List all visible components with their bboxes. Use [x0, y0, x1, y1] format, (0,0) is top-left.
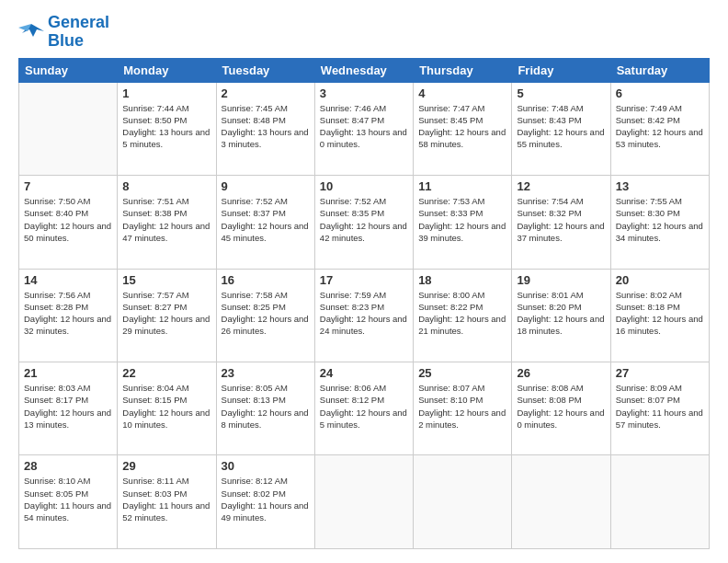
calendar-week-row: 21 Sunrise: 8:03 AM Sunset: 8:17 PM Dayl…: [19, 362, 710, 455]
calendar-cell: 4 Sunrise: 7:47 AM Sunset: 8:45 PM Dayli…: [414, 82, 512, 175]
page: General Blue SundayMondayTuesdayWednesda…: [0, 0, 728, 563]
calendar-cell: 10 Sunrise: 7:52 AM Sunset: 8:35 PM Dayl…: [314, 176, 413, 269]
calendar-cell: 3 Sunrise: 7:46 AM Sunset: 8:47 PM Dayli…: [314, 82, 413, 175]
day-number: 13: [616, 179, 704, 193]
day-number: 12: [517, 179, 605, 193]
day-number: 20: [616, 273, 704, 287]
calendar-cell: 12 Sunrise: 7:54 AM Sunset: 8:32 PM Dayl…: [512, 176, 610, 269]
day-info: Sunrise: 8:12 AM Sunset: 8:02 PM Dayligh…: [222, 475, 310, 523]
day-info: Sunrise: 8:00 AM Sunset: 8:22 PM Dayligh…: [418, 289, 506, 338]
calendar-cell: 14 Sunrise: 7:56 AM Sunset: 8:28 PM Dayl…: [19, 269, 118, 362]
day-number: 25: [418, 366, 506, 380]
day-number: 24: [320, 366, 408, 380]
calendar-cell: 21 Sunrise: 8:03 AM Sunset: 8:17 PM Dayl…: [19, 362, 118, 455]
day-info: Sunrise: 7:49 AM Sunset: 8:42 PM Dayligh…: [616, 102, 704, 151]
day-info: Sunrise: 8:10 AM Sunset: 8:05 PM Dayligh…: [24, 475, 112, 523]
calendar-cell: 1 Sunrise: 7:44 AM Sunset: 8:50 PM Dayli…: [118, 82, 216, 175]
day-number: 1: [122, 86, 210, 100]
calendar-cell: 16 Sunrise: 7:58 AM Sunset: 8:25 PM Dayl…: [216, 269, 314, 362]
day-number: 21: [24, 366, 112, 380]
calendar-cell: 18 Sunrise: 8:00 AM Sunset: 8:22 PM Dayl…: [414, 269, 512, 362]
logo: General Blue: [18, 14, 109, 51]
day-info: Sunrise: 8:06 AM Sunset: 8:12 PM Dayligh…: [320, 382, 408, 431]
calendar-table: SundayMondayTuesdayWednesdayThursdayFrid…: [18, 58, 710, 549]
calendar-week-row: 7 Sunrise: 7:50 AM Sunset: 8:40 PM Dayli…: [19, 176, 710, 269]
calendar-week-row: 1 Sunrise: 7:44 AM Sunset: 8:50 PM Dayli…: [19, 82, 710, 175]
calendar-cell: 28 Sunrise: 8:10 AM Sunset: 8:05 PM Dayl…: [19, 455, 118, 549]
day-info: Sunrise: 7:58 AM Sunset: 8:25 PM Dayligh…: [222, 289, 310, 338]
logo-icon: [18, 22, 44, 42]
day-number: 23: [222, 366, 310, 380]
day-number: 7: [24, 179, 112, 193]
calendar-cell: 5 Sunrise: 7:48 AM Sunset: 8:43 PM Dayli…: [512, 82, 610, 175]
day-number: 28: [24, 459, 112, 473]
weekday-header-tuesday: Tuesday: [216, 58, 314, 82]
day-number: 5: [517, 86, 605, 100]
calendar-cell: 19 Sunrise: 8:01 AM Sunset: 8:20 PM Dayl…: [512, 269, 610, 362]
calendar-cell: 15 Sunrise: 7:57 AM Sunset: 8:27 PM Dayl…: [118, 269, 216, 362]
calendar-cell: 17 Sunrise: 7:59 AM Sunset: 8:23 PM Dayl…: [314, 269, 413, 362]
day-info: Sunrise: 7:45 AM Sunset: 8:48 PM Dayligh…: [222, 102, 310, 151]
weekday-header-thursday: Thursday: [414, 58, 512, 82]
calendar-cell: 23 Sunrise: 8:05 AM Sunset: 8:13 PM Dayl…: [216, 362, 314, 455]
weekday-header-friday: Friday: [512, 58, 610, 82]
day-info: Sunrise: 8:07 AM Sunset: 8:10 PM Dayligh…: [418, 382, 506, 431]
calendar-cell: [414, 455, 512, 549]
day-number: 17: [320, 273, 408, 287]
day-info: Sunrise: 7:51 AM Sunset: 8:38 PM Dayligh…: [122, 195, 210, 244]
weekday-header-sunday: Sunday: [19, 58, 118, 82]
day-info: Sunrise: 8:11 AM Sunset: 8:03 PM Dayligh…: [122, 475, 210, 523]
day-info: Sunrise: 7:48 AM Sunset: 8:43 PM Dayligh…: [517, 102, 605, 151]
day-info: Sunrise: 7:55 AM Sunset: 8:30 PM Dayligh…: [616, 195, 704, 244]
calendar-cell: 2 Sunrise: 7:45 AM Sunset: 8:48 PM Dayli…: [216, 82, 314, 175]
calendar-week-row: 14 Sunrise: 7:56 AM Sunset: 8:28 PM Dayl…: [19, 269, 710, 362]
calendar-cell: 30 Sunrise: 8:12 AM Sunset: 8:02 PM Dayl…: [216, 455, 314, 549]
calendar-cell: 13 Sunrise: 7:55 AM Sunset: 8:30 PM Dayl…: [610, 176, 709, 269]
calendar-week-row: 28 Sunrise: 8:10 AM Sunset: 8:05 PM Dayl…: [19, 455, 710, 549]
day-number: 19: [517, 273, 605, 287]
calendar-cell: 20 Sunrise: 8:02 AM Sunset: 8:18 PM Dayl…: [610, 269, 709, 362]
weekday-header-monday: Monday: [118, 58, 216, 82]
day-info: Sunrise: 7:44 AM Sunset: 8:50 PM Dayligh…: [122, 102, 210, 151]
calendar-cell: 11 Sunrise: 7:53 AM Sunset: 8:33 PM Dayl…: [414, 176, 512, 269]
day-info: Sunrise: 7:52 AM Sunset: 8:35 PM Dayligh…: [320, 195, 408, 244]
day-info: Sunrise: 8:05 AM Sunset: 8:13 PM Dayligh…: [222, 382, 310, 431]
calendar-cell: [610, 455, 709, 549]
day-info: Sunrise: 7:50 AM Sunset: 8:40 PM Dayligh…: [24, 195, 112, 244]
day-info: Sunrise: 7:47 AM Sunset: 8:45 PM Dayligh…: [418, 102, 506, 151]
weekday-header-wednesday: Wednesday: [314, 58, 413, 82]
day-number: 29: [122, 459, 210, 473]
header: General Blue: [18, 14, 710, 51]
day-info: Sunrise: 7:56 AM Sunset: 8:28 PM Dayligh…: [24, 289, 112, 338]
day-info: Sunrise: 7:53 AM Sunset: 8:33 PM Dayligh…: [418, 195, 506, 244]
day-number: 4: [418, 86, 506, 100]
day-number: 16: [222, 273, 310, 287]
day-number: 14: [24, 273, 112, 287]
svg-marker-1: [18, 24, 31, 31]
day-info: Sunrise: 7:52 AM Sunset: 8:37 PM Dayligh…: [222, 195, 310, 244]
calendar-cell: 29 Sunrise: 8:11 AM Sunset: 8:03 PM Dayl…: [118, 455, 216, 549]
day-number: 11: [418, 179, 506, 193]
day-number: 8: [122, 179, 210, 193]
day-number: 10: [320, 179, 408, 193]
day-number: 6: [616, 86, 704, 100]
day-number: 18: [418, 273, 506, 287]
weekday-header-row: SundayMondayTuesdayWednesdayThursdayFrid…: [19, 58, 710, 82]
calendar-cell: 26 Sunrise: 8:08 AM Sunset: 8:08 PM Dayl…: [512, 362, 610, 455]
day-number: 3: [320, 86, 408, 100]
calendar-cell: 8 Sunrise: 7:51 AM Sunset: 8:38 PM Dayli…: [118, 176, 216, 269]
calendar-cell: 24 Sunrise: 8:06 AM Sunset: 8:12 PM Dayl…: [314, 362, 413, 455]
day-info: Sunrise: 8:02 AM Sunset: 8:18 PM Dayligh…: [616, 289, 704, 338]
calendar-cell: [512, 455, 610, 549]
calendar-cell: 27 Sunrise: 8:09 AM Sunset: 8:07 PM Dayl…: [610, 362, 709, 455]
day-number: 2: [222, 86, 310, 100]
day-number: 26: [517, 366, 605, 380]
day-number: 15: [122, 273, 210, 287]
calendar-cell: 9 Sunrise: 7:52 AM Sunset: 8:37 PM Dayli…: [216, 176, 314, 269]
day-info: Sunrise: 8:08 AM Sunset: 8:08 PM Dayligh…: [517, 382, 605, 431]
weekday-header-saturday: Saturday: [610, 58, 709, 82]
day-info: Sunrise: 8:04 AM Sunset: 8:15 PM Dayligh…: [122, 382, 210, 431]
day-number: 27: [616, 366, 704, 380]
day-info: Sunrise: 7:59 AM Sunset: 8:23 PM Dayligh…: [320, 289, 408, 338]
calendar-cell: [314, 455, 413, 549]
